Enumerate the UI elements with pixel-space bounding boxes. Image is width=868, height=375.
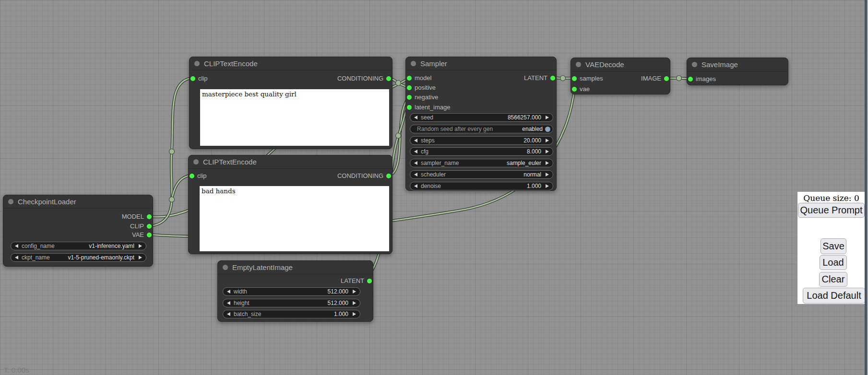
input-slot-vae[interactable] [572, 87, 577, 92]
input-slot-clip[interactable] [190, 174, 194, 178]
decrement-arrow-icon[interactable] [414, 173, 417, 176]
decrement-arrow-icon[interactable] [227, 290, 230, 293]
decrement-arrow-icon[interactable] [414, 139, 417, 142]
save-button[interactable]: Save [820, 238, 846, 254]
node-empty-latent-image[interactable]: EmptyLatentImage LATENT width 512.000 he… [217, 260, 373, 322]
output-slot-vae[interactable] [147, 233, 152, 237]
widget-cfg[interactable]: cfg 8.000 [410, 147, 553, 156]
app-window: T: 0.00s [0, 0, 868, 375]
decrement-arrow-icon[interactable] [15, 244, 18, 248]
node-vae-decode[interactable]: VAEDecode samples IMAGE vae [571, 58, 670, 94]
output-slot-latent[interactable] [550, 76, 555, 81]
node-title-bar[interactable]: EmptyLatentImage [218, 261, 373, 274]
decrement-arrow-icon[interactable] [414, 150, 417, 153]
node-checkpoint-loader[interactable]: CheckpointLoader MODEL CLIP VAE config_n… [3, 195, 153, 267]
widget-denoise[interactable]: denoise 1.000 [410, 182, 553, 190]
collapse-dot-icon[interactable] [411, 61, 416, 66]
collapse-dot-icon[interactable] [194, 61, 200, 66]
clear-button[interactable]: Clear [819, 272, 847, 287]
node-title-bar[interactable]: VAEDecode [571, 58, 670, 71]
output-slot-conditioning[interactable] [386, 174, 391, 178]
node-sampler[interactable]: Sampler model LATENT positive negative l… [405, 57, 557, 191]
node-title: CLIPTextEncode [203, 158, 257, 166]
input-label: latent_image [415, 103, 450, 112]
increment-arrow-icon[interactable] [546, 161, 549, 165]
increment-arrow-icon[interactable] [546, 184, 549, 188]
decrement-arrow-icon[interactable] [414, 116, 417, 119]
increment-arrow-icon[interactable] [139, 256, 142, 259]
input-slot-latent-image[interactable] [407, 105, 412, 110]
node-title-bar[interactable]: CLIPTextEncode [189, 155, 392, 169]
prompt-textarea[interactable]: masterpiece best quality girl [200, 89, 389, 146]
widget-width[interactable]: width 512.000 [223, 287, 360, 296]
widget-random-seed-toggle[interactable]: Random seed after every gen enabled [410, 125, 553, 133]
output-slot-conditioning[interactable] [386, 76, 391, 81]
node-title: CLIPTextEncode [204, 59, 258, 68]
output-label: LATENT [524, 74, 547, 82]
collapse-dot-icon[interactable] [8, 199, 13, 204]
output-slot-latent[interactable] [367, 279, 372, 283]
node-title: VAEDecode [585, 60, 624, 69]
collapse-dot-icon[interactable] [692, 62, 697, 67]
increment-arrow-icon[interactable] [546, 116, 549, 119]
widget-config-name[interactable]: config_name v1-inference.yaml [11, 242, 146, 250]
widget-ckpt-name[interactable]: ckpt_name v1-5-pruned-emaonly.ckpt [11, 253, 146, 262]
input-label: samples [580, 74, 603, 83]
queue-prompt-button[interactable]: Queue Prompt [798, 203, 865, 218]
decrement-arrow-icon[interactable] [227, 301, 230, 305]
input-slot-samples[interactable] [572, 76, 577, 81]
input-slot-images[interactable] [688, 77, 693, 82]
input-slot-negative[interactable] [407, 95, 412, 100]
decrement-arrow-icon[interactable] [227, 312, 230, 316]
increment-arrow-icon[interactable] [353, 301, 356, 305]
widget-steps[interactable]: steps 20.000 [410, 136, 553, 145]
node-title-bar[interactable]: CLIPTextEncode [190, 57, 392, 70]
widget-label: ckpt_name [22, 254, 50, 261]
prompt-textarea[interactable]: bad hands [200, 186, 389, 251]
widget-value: v1-5-pruned-emaonly.ckpt [68, 254, 134, 261]
widget-seed[interactable]: seed 8566257.000 [410, 113, 553, 122]
decrement-arrow-icon[interactable] [15, 256, 18, 259]
widget-label: seed [421, 114, 433, 121]
node-save-image[interactable]: SaveImage images [687, 58, 788, 85]
output-label: IMAGE [641, 74, 661, 83]
input-slot-model[interactable] [407, 76, 412, 81]
load-button[interactable]: Load [820, 255, 847, 270]
node-title: EmptyLatentImage [232, 263, 293, 271]
node-title-bar[interactable]: Sampler [406, 57, 556, 70]
increment-arrow-icon[interactable] [353, 290, 356, 293]
load-default-button[interactable]: Load Default [803, 288, 865, 304]
increment-arrow-icon[interactable] [353, 312, 356, 316]
collapse-dot-icon[interactable] [193, 159, 199, 164]
increment-arrow-icon[interactable] [139, 244, 142, 248]
side-menu-panel: Queue size: 0 Queue Prompt Save Load Cle… [797, 192, 865, 304]
toggle-knob-icon[interactable] [545, 127, 550, 132]
output-slot-model[interactable] [147, 214, 152, 219]
increment-arrow-icon[interactable] [546, 173, 549, 176]
widget-sampler-name[interactable]: sampler_name sample_euler [410, 159, 553, 167]
widget-scheduler[interactable]: scheduler normal [410, 170, 553, 179]
output-label: CONDITIONING [337, 172, 383, 180]
node-clip-text-encode-negative[interactable]: CLIPTextEncode clip CONDITIONING bad han… [188, 155, 392, 254]
collapse-dot-icon[interactable] [576, 62, 581, 67]
widget-value: 20.000 [523, 137, 541, 144]
output-slot-image[interactable] [664, 76, 669, 81]
output-slot-clip[interactable] [147, 224, 152, 229]
increment-arrow-icon[interactable] [546, 150, 549, 153]
input-slot-clip[interactable] [190, 76, 195, 81]
widget-label: config_name [22, 242, 55, 250]
node-title-bar[interactable]: SaveImage [687, 58, 788, 71]
widget-height[interactable]: height 512.000 [223, 299, 360, 307]
collapse-dot-icon[interactable] [223, 265, 228, 270]
widget-batch-size[interactable]: batch_size 1.000 [223, 310, 360, 318]
queue-size-label: Queue size: 0 [797, 193, 865, 203]
widget-label: Random seed after every gen [417, 125, 493, 133]
node-title-bar[interactable]: CheckpointLoader [3, 195, 153, 209]
decrement-arrow-icon[interactable] [414, 161, 417, 165]
decrement-arrow-icon[interactable] [414, 184, 417, 188]
input-slot-positive[interactable] [407, 85, 412, 90]
node-clip-text-encode-positive[interactable]: CLIPTextEncode clip CONDITIONING masterp… [189, 57, 392, 149]
widget-label: denoise [421, 182, 441, 190]
increment-arrow-icon[interactable] [546, 139, 549, 142]
widget-label: cfg [421, 148, 428, 155]
